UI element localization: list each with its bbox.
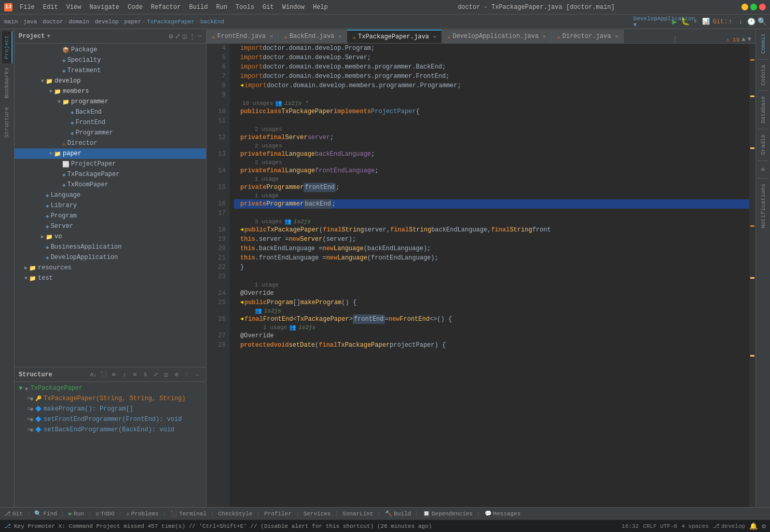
indent-status[interactable]: 4 spaces	[681, 523, 709, 529]
menu-run[interactable]: Run	[213, 3, 230, 12]
tab-close-director[interactable]: ✕	[615, 33, 618, 39]
tab-close-txpackagepaper[interactable]: ✕	[433, 34, 436, 40]
tree-item-resources[interactable]: ▶ 📁 resources	[15, 263, 206, 273]
find-tool[interactable]: 🔍 Find	[34, 510, 57, 517]
sidebar-settings-icon[interactable]: ⚙	[169, 32, 173, 40]
services-tool[interactable]: Services	[304, 511, 331, 517]
minimize-button[interactable]	[741, 4, 748, 10]
struct-options[interactable]: ⋮	[182, 370, 191, 379]
rs-tab-gear[interactable]: ⚙	[759, 164, 767, 175]
sidebar-gear-icon[interactable]: ⋮	[189, 32, 196, 40]
menu-navigate[interactable]: Navigate	[86, 3, 122, 12]
tree-item-director[interactable]: ☕ Director	[15, 138, 206, 148]
struct-close[interactable]: —	[192, 370, 202, 379]
tree-item-txroompaper[interactable]: ◈ TxRoomPaper	[15, 180, 206, 190]
tree-item-developapp[interactable]: ◈ DevelopApplication	[15, 252, 206, 263]
tree-item-businessapp[interactable]: ◈ BusinessApplication	[15, 242, 206, 252]
tree-item-paper[interactable]: ▼ 📁 paper	[15, 148, 206, 159]
menu-tools[interactable]: Tools	[232, 3, 257, 12]
tree-item-develop[interactable]: ▼ 📁 develop	[15, 76, 206, 86]
tab-frontend[interactable]: ☕ FrontEnd.java ✕	[207, 30, 279, 43]
breadcrumb[interactable]: main › java › doctor › domain › develop …	[4, 19, 224, 25]
tree-item-txpackagepaper[interactable]: ◈ TxPackagePaper	[15, 169, 206, 180]
menu-refactor[interactable]: Refactor	[148, 3, 184, 12]
profile-button[interactable]: 📊	[702, 18, 710, 26]
tree-item-specialty[interactable]: ◈ Specialty	[15, 55, 206, 65]
tab-close-frontend[interactable]: ✕	[270, 33, 273, 39]
tab-bar[interactable]: ☕ FrontEnd.java ✕ ☕ BackEnd.java ✕ ☕ TxP…	[207, 29, 755, 44]
profiler-tool[interactable]: Profiler	[264, 511, 292, 517]
tab-director[interactable]: ☕ Director.java ✕	[552, 30, 624, 43]
tree-item-programmer[interactable]: ▼ 📁 programmer	[15, 97, 206, 107]
tab-backend[interactable]: ☕ BackEnd.java ✕	[279, 30, 347, 43]
menu-build[interactable]: Build	[186, 3, 211, 12]
todo-label[interactable]: TODO	[101, 511, 114, 517]
rs-tab-gradle[interactable]: Gradle	[759, 132, 767, 157]
struct-fields[interactable]: ≡	[130, 370, 140, 379]
tree-item-members[interactable]: ▼ 📁 members	[15, 86, 206, 97]
menu-view[interactable]: View	[63, 3, 85, 12]
git-status[interactable]: ⎇	[4, 523, 11, 529]
tree-item-backend[interactable]: ◈ BackEnd	[15, 107, 206, 117]
struct-filter[interactable]: ⌦	[109, 370, 119, 379]
menu-window[interactable]: Window	[279, 3, 308, 12]
struct-sort-alpha[interactable]: A↓	[89, 370, 98, 379]
terminal-tool[interactable]: ⬛ Terminal	[170, 510, 207, 517]
struct-expand[interactable]: ⤢	[151, 370, 160, 379]
bc-develop[interactable]: develop	[94, 19, 118, 25]
menu-bar[interactable]: File Edit View Navigate Code Refactor Bu…	[17, 3, 331, 12]
menu-edit[interactable]: Edit	[40, 3, 61, 12]
tree-item-vo[interactable]: ▶ 📁 vo	[15, 231, 206, 242]
bc-doctor[interactable]: doctor	[43, 19, 63, 25]
struct-constructor[interactable]: =◉ 🔑 TxPackagePaper(String, String, Stri…	[15, 393, 206, 404]
tree-item-library[interactable]: ◈ Library	[15, 200, 206, 211]
sidebar-dropdown[interactable]: ▼	[47, 33, 50, 39]
settings-icon[interactable]: ⚙	[762, 522, 766, 530]
tree-item-projectpaper[interactable]: ⬜ ProjectPaper	[15, 159, 206, 169]
messages-tool[interactable]: 💬 Messages	[485, 510, 521, 517]
git-label[interactable]: Git	[12, 511, 23, 517]
run-tool[interactable]: ▶ Run	[68, 510, 84, 517]
project-tab[interactable]: Project	[2, 31, 12, 63]
git-tool[interactable]: ⎇ Git	[4, 510, 23, 517]
tree-item-program[interactable]: ◈ Program	[15, 211, 206, 221]
notifications-icon[interactable]: 🔔	[749, 522, 758, 530]
build-tool[interactable]: 🔨 Build	[385, 510, 411, 517]
find-label[interactable]: Find	[43, 511, 57, 517]
structure-toolbar[interactable]: A↓ ⬛ ⌦ ↕ ≡ λ ⤢ ◫ ⚙ ⋮ —	[89, 370, 202, 379]
tree-item-server[interactable]: ◈ Server	[15, 221, 206, 231]
struct-gear[interactable]: ⚙	[172, 370, 181, 379]
struct-sort-type[interactable]: ⬛	[99, 370, 108, 379]
sidebar-collapse-icon[interactable]: ◫	[183, 32, 187, 40]
menu-code[interactable]: Code	[125, 3, 146, 12]
history-button[interactable]: 🕐	[747, 18, 755, 26]
bc-java[interactable]: java	[23, 19, 37, 25]
tree-item-programmer-cls[interactable]: ◈ Programmer	[15, 128, 206, 138]
pull-button[interactable]: ↓	[737, 18, 745, 26]
bc-paper[interactable]: paper	[124, 19, 141, 25]
tab-close-developapp[interactable]: ✕	[543, 33, 546, 39]
menu-help[interactable]: Help	[310, 3, 331, 12]
nav-actions[interactable]: DevelopApplication ▼ ▶ 🐛 ⚡ 📊 Git: ↑ ↓ 🕐 …	[660, 18, 766, 26]
messages-label[interactable]: Messages	[493, 511, 521, 517]
coverage-button[interactable]: ⚡	[691, 18, 699, 26]
debug-button[interactable]: 🐛	[681, 18, 689, 26]
struct-root[interactable]: ▼ ◈ TxPackagePaper	[15, 383, 206, 393]
structure-tab-left[interactable]: Structure	[2, 103, 12, 142]
dependencies-tool[interactable]: 🔲 Dependencies	[423, 510, 473, 517]
git-icon[interactable]: Git:	[716, 18, 724, 26]
checkstyle-tool[interactable]: CheckStyle	[218, 511, 253, 517]
problems-tool[interactable]: ⚠ Problems	[126, 510, 158, 517]
profiler-label[interactable]: Profiler	[264, 511, 292, 517]
tree-item-test[interactable]: ▼ 📁 test	[15, 273, 206, 283]
sonarlint-label[interactable]: SonarLint	[342, 511, 373, 517]
scroll-down[interactable]: ▼	[748, 36, 751, 43]
search-button[interactable]: 🔍	[758, 18, 766, 26]
menu-file[interactable]: File	[17, 3, 38, 12]
run-label[interactable]: Run	[74, 511, 84, 517]
code-area[interactable]: import doctor.domain.develop.Program; im…	[230, 44, 749, 507]
run-button[interactable]: ▶	[670, 18, 679, 26]
struct-setfrontend[interactable]: =◉ 🔷 setFrontEndProgrammer(FrontEnd): vo…	[15, 414, 206, 425]
bookmarks-tab[interactable]: Bookmarks	[2, 63, 12, 102]
build-label[interactable]: Build	[394, 511, 411, 517]
